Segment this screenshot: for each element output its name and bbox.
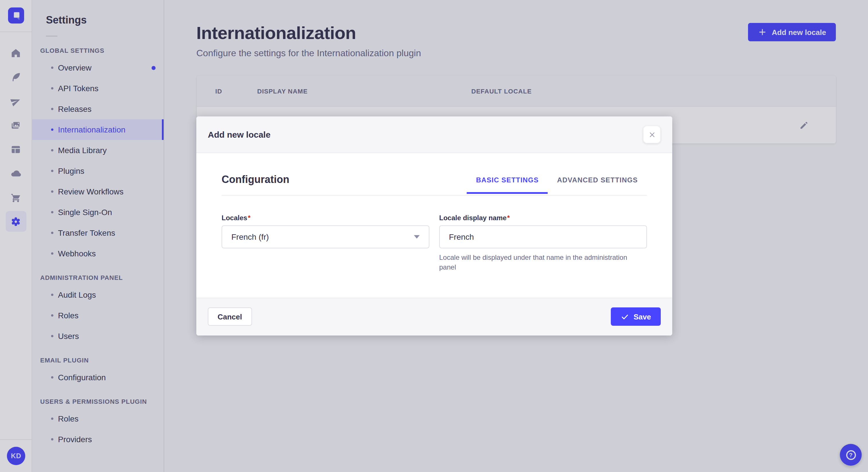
add-locale-modal: Add new locale Configuration BASIC SETTI… xyxy=(196,116,672,335)
app-root: KD Settings GLOBAL SETTINGS Overview API… xyxy=(0,0,868,472)
settings-tabs: BASIC SETTINGS ADVANCED SETTINGS xyxy=(467,176,647,193)
locales-field: Locales* French (fr) xyxy=(222,214,429,272)
tab-advanced-settings[interactable]: ADVANCED SETTINGS xyxy=(548,176,647,194)
locale-form: Locales* French (fr) Locale display name… xyxy=(222,214,647,272)
tab-basic-settings[interactable]: BASIC SETTINGS xyxy=(467,176,548,194)
save-button-label: Save xyxy=(633,312,651,321)
locales-select-value: French (fr) xyxy=(231,232,269,241)
chevron-down-icon xyxy=(414,235,420,239)
cancel-button-label: Cancel xyxy=(218,312,242,321)
cancel-button[interactable]: Cancel xyxy=(208,307,252,326)
required-asterisk: * xyxy=(507,214,510,222)
close-icon[interactable] xyxy=(643,126,661,143)
modal-header: Add new locale xyxy=(196,116,672,153)
modal-footer: Cancel Save xyxy=(196,297,672,335)
save-button[interactable]: Save xyxy=(611,307,661,326)
display-name-field: Locale display name* Locale will be disp… xyxy=(439,214,647,272)
display-name-help-text: Locale will be displayed under that name… xyxy=(439,253,646,272)
display-name-input[interactable] xyxy=(439,225,647,248)
configuration-header-row: Configuration BASIC SETTINGS ADVANCED SE… xyxy=(222,174,647,196)
required-asterisk: * xyxy=(248,214,250,222)
locales-label: Locales* xyxy=(222,214,429,222)
modal-title: Add new locale xyxy=(208,130,270,139)
modal-body: Configuration BASIC SETTINGS ADVANCED SE… xyxy=(196,153,672,297)
display-name-label: Locale display name* xyxy=(439,214,647,222)
configuration-title: Configuration xyxy=(222,174,289,195)
locales-select[interactable]: French (fr) xyxy=(222,225,429,248)
check-icon xyxy=(620,312,629,321)
